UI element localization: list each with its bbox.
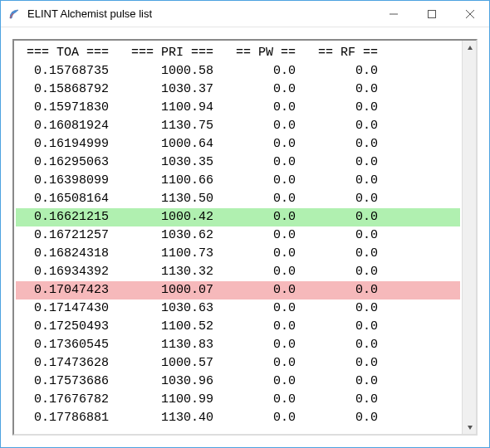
list-item[interactable]: 0.16934392 1130.32 0.0 0.0 (16, 263, 460, 281)
client-area: === TOA === === PRI === == PW == == RF =… (1, 27, 489, 447)
vertical-scrollbar[interactable] (462, 41, 476, 434)
list-item[interactable]: 0.16824318 1100.73 0.0 0.0 (16, 245, 460, 263)
list-item[interactable]: 0.16621215 1000.42 0.0 0.0 (16, 208, 460, 226)
close-button[interactable] (451, 1, 489, 27)
list-frame: === TOA === === PRI === == PW == == RF =… (12, 39, 478, 436)
list-item[interactable]: 0.16081924 1130.75 0.0 0.0 (16, 117, 460, 135)
list-item[interactable]: 0.17147430 1030.63 0.0 0.0 (16, 299, 460, 318)
pulse-listbox[interactable]: === TOA === === PRI === == PW == == RF =… (14, 41, 462, 434)
list-item[interactable]: 0.16398099 1100.66 0.0 0.0 (16, 172, 460, 190)
window-title: ELINT Alchemist pulse list (27, 7, 375, 20)
scroll-up-arrow-icon[interactable] (463, 41, 477, 55)
scroll-down-arrow-icon[interactable] (463, 420, 477, 434)
app-icon (7, 7, 21, 21)
list-item[interactable]: 0.16508164 1130.50 0.0 0.0 (16, 190, 460, 208)
list-item[interactable]: 0.17250493 1100.52 0.0 0.0 (16, 318, 460, 336)
app-window: ELINT Alchemist pulse list === TOA === =… (0, 0, 490, 448)
list-item[interactable]: 0.17786881 1130.40 0.0 0.0 (16, 409, 460, 427)
maximize-button[interactable] (413, 1, 451, 27)
list-item[interactable]: 0.16194999 1000.64 0.0 0.0 (16, 135, 460, 153)
svg-marker-5 (468, 426, 473, 430)
svg-marker-4 (468, 46, 473, 50)
list-item[interactable]: 0.17360545 1130.83 0.0 0.0 (16, 336, 460, 354)
titlebar[interactable]: ELINT Alchemist pulse list (1, 1, 489, 27)
svg-rect-1 (429, 10, 436, 17)
minimize-button[interactable] (375, 1, 413, 27)
list-item[interactable]: 0.16295063 1030.35 0.0 0.0 (16, 153, 460, 172)
list-item[interactable]: 0.17573686 1030.96 0.0 0.0 (16, 373, 460, 391)
list-item[interactable]: 0.17047423 1000.07 0.0 0.0 (16, 281, 460, 299)
list-item[interactable]: 0.17676782 1100.99 0.0 0.0 (16, 391, 460, 409)
list-item[interactable]: 0.15971830 1100.94 0.0 0.0 (16, 99, 460, 117)
list-item[interactable]: 0.16721257 1030.62 0.0 0.0 (16, 226, 460, 245)
header-row: === TOA === === PRI === == PW == == RF =… (16, 44, 460, 62)
list-item[interactable]: 0.15868792 1030.37 0.0 0.0 (16, 80, 460, 99)
list-item[interactable]: 0.17473628 1000.57 0.0 0.0 (16, 354, 460, 373)
window-controls (375, 1, 489, 27)
list-item[interactable]: 0.15768735 1000.58 0.0 0.0 (16, 62, 460, 80)
